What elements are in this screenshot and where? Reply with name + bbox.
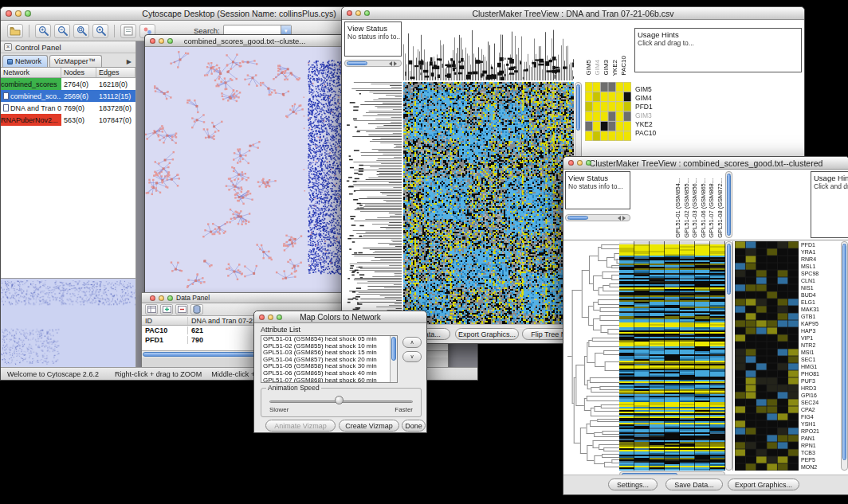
gene-label[interactable]: SEC1: [801, 356, 841, 363]
column-label[interactable]: GPL51-01 (GSM854...: [674, 178, 683, 238]
gene-label[interactable]: PFD1: [801, 241, 841, 248]
gene-label[interactable]: RPO21: [801, 428, 841, 435]
zoom-button[interactable]: [167, 38, 173, 44]
scroll-left-icon[interactable]: [387, 61, 392, 66]
scrollbar-thumb[interactable]: [576, 84, 580, 131]
network-row[interactable]: DNA and Tran 07... 769(0) 183728(0): [1, 102, 135, 114]
gene-label[interactable]: HAP3: [801, 327, 841, 334]
minimize-button[interactable]: [355, 10, 361, 16]
speed-slider-knob[interactable]: [335, 396, 344, 404]
zoom-button[interactable]: [586, 160, 591, 166]
treeview-dna-titlebar[interactable]: ClusterMaker TreeView : DNA and Tran 07-…: [342, 7, 804, 20]
gene-label[interactable]: GPI16: [801, 392, 841, 399]
zoom-button[interactable]: [25, 10, 31, 17]
tab-vizmapper[interactable]: VizMapper™: [49, 55, 102, 67]
gene-label[interactable]: YRA1: [801, 248, 841, 256]
column-label[interactable]: YKE2: [611, 60, 620, 76]
scroll-right-icon[interactable]: [622, 216, 628, 221]
close-button[interactable]: [6, 10, 12, 17]
secondary-heatmap[interactable]: [735, 241, 799, 471]
tab-overflow-arrow-icon[interactable]: ▶: [127, 58, 134, 67]
export-graphics-button[interactable]: Export Graphics...: [455, 328, 519, 340]
zoom-in-icon[interactable]: [35, 24, 51, 38]
gene-label[interactable]: MSL1: [801, 263, 841, 270]
column-dendrogram[interactable]: [403, 21, 574, 80]
gene-label[interactable]: MAK31: [801, 306, 841, 313]
column-label[interactable]: GPL51-03 (GSM856...: [691, 178, 700, 238]
minimize-button[interactable]: [159, 38, 164, 44]
gene-label[interactable]: HRD3: [801, 385, 841, 392]
column-header-network[interactable]: Network: [1, 68, 61, 77]
move-down-button[interactable]: ∨: [402, 351, 422, 362]
gene-label[interactable]: TCB3: [801, 449, 841, 456]
network-graph-canvas[interactable]: [145, 47, 344, 293]
zoom-button[interactable]: [277, 315, 282, 320]
tab-network[interactable]: Network: [2, 55, 48, 67]
gene-label[interactable]: BUD4: [801, 291, 841, 299]
scrollbar-thumb[interactable]: [347, 61, 367, 65]
network-row[interactable]: RNAPuberNov2... 563(0) 107847(0): [1, 114, 135, 126]
minimize-button[interactable]: [15, 10, 22, 17]
gene-label[interactable]: SEC24: [801, 399, 841, 406]
gene-label[interactable]: SPC98: [801, 270, 841, 277]
gene-label[interactable]: GTB1: [801, 313, 841, 320]
gene-label[interactable]: CPA2: [801, 406, 841, 413]
dialog-titlebar[interactable]: Map Colors to Network: [254, 311, 426, 323]
column-label[interactable]: GPL51-02 (GSM855...: [683, 178, 692, 238]
minimize-button[interactable]: [577, 160, 583, 166]
scrollbar-thumb[interactable]: [842, 244, 846, 460]
scrollbar-thumb[interactable]: [727, 244, 731, 295]
gene-label[interactable]: PAC10: [635, 129, 683, 138]
gene-list-vscrollbar[interactable]: [841, 241, 848, 471]
gene-label[interactable]: GIM3: [635, 111, 683, 120]
column-label[interactable]: GPL51-07 (GSM868...: [708, 178, 716, 238]
column-header-nodes[interactable]: Nodes: [61, 68, 96, 77]
scrollbar-thumb[interactable]: [567, 216, 588, 220]
gene-label[interactable]: PFD1: [635, 103, 683, 111]
select-attributes-icon[interactable]: [145, 304, 158, 315]
close-button[interactable]: [568, 160, 574, 166]
status-hscrollbar[interactable]: [344, 60, 402, 67]
save-data-button[interactable]: Save Data...: [665, 479, 723, 490]
gene-label[interactable]: KAP95: [801, 320, 841, 327]
gene-label[interactable]: YSH1: [801, 420, 841, 428]
column-header-id[interactable]: ID: [142, 317, 188, 325]
export-graphics-button[interactable]: Export Graphics...: [728, 479, 799, 490]
attribute-database-icon[interactable]: [190, 304, 203, 315]
animate-vizmap-button[interactable]: Animate Vizmap: [265, 420, 336, 432]
row-dendrogram[interactable]: [344, 82, 402, 326]
gene-label[interactable]: PAN1: [801, 435, 841, 442]
open-session-icon[interactable]: [7, 24, 23, 38]
attribute-list-vscrollbar[interactable]: [390, 336, 397, 382]
global-view-matrix[interactable]: [585, 82, 631, 141]
zoom-button[interactable]: [167, 295, 173, 301]
gene-label[interactable]: MSI1: [801, 349, 841, 356]
done-button[interactable]: Done: [402, 420, 426, 432]
column-label[interactable]: GPL51-08 (GSM872...: [716, 178, 725, 238]
scroll-right-icon[interactable]: [394, 61, 399, 66]
expression-heatmap[interactable]: [403, 82, 574, 326]
zoom-out-icon[interactable]: [54, 24, 70, 38]
gene-label[interactable]: GIM4: [635, 94, 683, 103]
gene-label[interactable]: VIP1: [801, 334, 841, 342]
attribute-item[interactable]: GPL51-07 (GSM868) heat shock 60 min: [263, 377, 397, 383]
column-header-edges[interactable]: Edges: [96, 68, 135, 77]
minimize-button[interactable]: [268, 315, 273, 320]
gene-label[interactable]: PEP5: [801, 456, 841, 463]
settings-button[interactable]: Settings...: [608, 479, 658, 490]
network-overview-thumbnail[interactable]: [1, 279, 135, 367]
gene-label[interactable]: MON2: [801, 463, 841, 471]
move-up-button[interactable]: ∧: [402, 337, 422, 348]
close-button[interactable]: [150, 38, 155, 44]
gene-label[interactable]: FIG4: [801, 413, 841, 420]
gene-label[interactable]: YKE2: [635, 120, 683, 129]
zoom-selected-icon[interactable]: [92, 24, 108, 38]
scroll-left-icon[interactable]: [615, 216, 621, 221]
gene-label[interactable]: PHO81: [801, 370, 841, 377]
header-vscrollbar[interactable]: [725, 171, 732, 238]
gene-label[interactable]: GIM5: [635, 85, 683, 94]
gene-label[interactable]: RNR4: [801, 256, 841, 263]
create-vizmap-button[interactable]: Create Vizmap: [339, 420, 399, 432]
minimize-button[interactable]: [159, 295, 164, 301]
annotation-icon[interactable]: [120, 24, 136, 38]
